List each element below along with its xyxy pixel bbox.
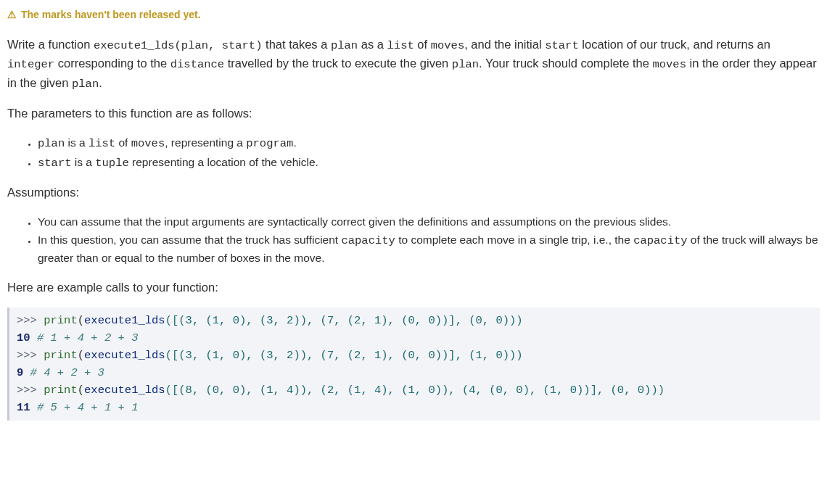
assumptions-list: You can assume that the input arguments … bbox=[7, 213, 820, 267]
list-item: start is a tuple representing a location… bbox=[38, 154, 820, 172]
warning-icon: ⚠ bbox=[7, 7, 17, 22]
call-args: ([(3, (1, 0), (3, 2)), (7, (2, 1), (0, 0… bbox=[165, 349, 523, 362]
repl-prompt: >>> bbox=[17, 314, 44, 327]
output-value: 9 bbox=[17, 366, 30, 379]
output-comment: # 1 + 4 + 2 + 3 bbox=[37, 331, 139, 344]
list-item: plan is a list of moves, representing a … bbox=[38, 134, 820, 152]
code-list: list bbox=[387, 39, 414, 52]
code-moves2: moves bbox=[652, 58, 686, 71]
code-plan: plan bbox=[331, 39, 358, 52]
list-item: You can assume that the input arguments … bbox=[38, 213, 820, 230]
kw-print: print bbox=[44, 314, 78, 327]
code-program: program bbox=[246, 137, 293, 150]
code-funcsig: execute1_lds(plan, start) bbox=[94, 39, 263, 52]
repl-prompt: >>> bbox=[17, 384, 44, 397]
output-value: 10 bbox=[17, 331, 37, 344]
code-list: list bbox=[89, 137, 115, 150]
code-capacity: capacity bbox=[341, 234, 395, 247]
func-name: execute1_lds bbox=[84, 314, 165, 327]
output-comment: # 5 + 4 + 1 + 1 bbox=[37, 401, 139, 414]
code-plan2: plan bbox=[452, 58, 479, 71]
output-comment: # 4 + 2 + 3 bbox=[30, 366, 104, 379]
code-example-block: >>> print(execute1_lds([(3, (1, 0), (3, … bbox=[7, 307, 820, 421]
code-start: start bbox=[38, 157, 72, 170]
intro-paragraph: Write a function execute1_lds(plan, star… bbox=[7, 36, 820, 93]
repl-prompt: >>> bbox=[17, 349, 44, 362]
code-plan3: plan bbox=[72, 78, 99, 91]
code-tuple: tuple bbox=[95, 157, 129, 170]
output-value: 11 bbox=[17, 401, 37, 414]
code-distance: distance bbox=[170, 58, 224, 71]
code-plan: plan bbox=[38, 137, 65, 150]
code-integer: integer bbox=[7, 58, 54, 71]
params-heading: The parameters to this function are as f… bbox=[7, 104, 820, 123]
list-item: In this question, you can assume that th… bbox=[38, 231, 820, 267]
kw-print: print bbox=[44, 384, 78, 397]
code-moves: moves bbox=[431, 39, 465, 52]
assumptions-heading: Assumptions: bbox=[7, 183, 820, 202]
marks-warning: ⚠ The marks haven't been released yet. bbox=[7, 7, 820, 22]
code-start: start bbox=[545, 39, 579, 52]
params-list: plan is a list of moves, representing a … bbox=[7, 134, 820, 173]
code-moves: moves bbox=[131, 137, 165, 150]
warning-text: The marks haven't been released yet. bbox=[21, 7, 201, 22]
call-args: ([(8, (0, 0), (1, 4)), (2, (1, 4), (1, 0… bbox=[165, 384, 665, 397]
call-args: ([(3, (1, 0), (3, 2)), (7, (2, 1), (0, 0… bbox=[165, 314, 523, 327]
func-name: execute1_lds bbox=[84, 349, 165, 362]
kw-print: print bbox=[44, 349, 78, 362]
examples-heading: Here are example calls to your function: bbox=[7, 278, 820, 297]
func-name: execute1_lds bbox=[84, 384, 165, 397]
code-capacity2: capacity bbox=[633, 234, 687, 247]
